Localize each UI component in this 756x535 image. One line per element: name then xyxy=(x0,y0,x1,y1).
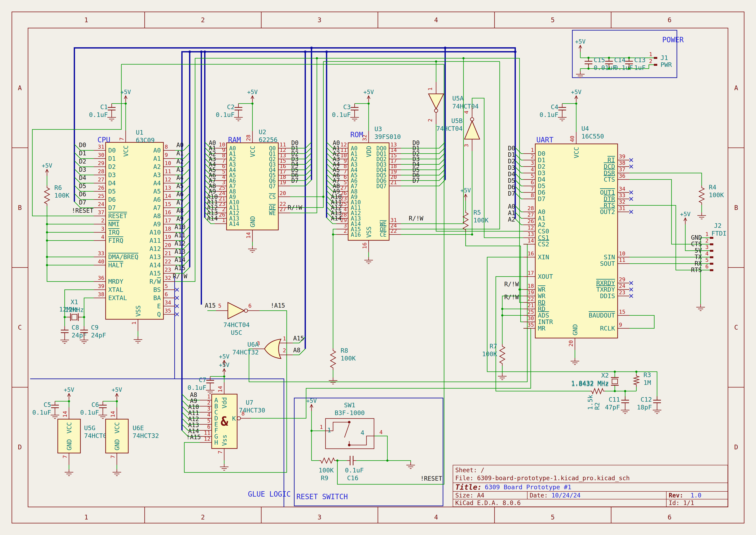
part-ref: C16 xyxy=(347,474,358,482)
gate-value: 74HCT32 xyxy=(232,349,259,356)
crystal[interactable] xyxy=(612,379,618,384)
pin-name: CTS xyxy=(604,176,615,183)
part-value: 100K xyxy=(319,466,334,474)
frame-col-label: 5 xyxy=(551,16,555,24)
resistor-R9[interactable] xyxy=(319,458,336,463)
connector-pin-J1[interactable] xyxy=(654,64,657,66)
title-block-tool: KiCad E.D.A. 8.0.6 xyxy=(453,499,666,507)
resistor-R3[interactable] xyxy=(634,374,639,387)
gate-U6A[interactable] xyxy=(264,339,281,358)
pin-name: HALT xyxy=(108,262,123,269)
part-ref: C1 xyxy=(100,103,108,111)
pin-name: TXRDY xyxy=(596,286,615,293)
gate-U5C[interactable] xyxy=(228,302,244,319)
pin-name: DDIS xyxy=(600,292,615,300)
part-ref: R6 xyxy=(54,184,62,191)
pin-name: EXTAL xyxy=(108,294,127,301)
gate-value: 74HCT04 xyxy=(452,103,478,110)
net-label: D6 xyxy=(508,183,515,191)
wire xyxy=(502,296,524,344)
pin-name: RXRDY xyxy=(596,279,615,287)
net-label: D3 xyxy=(508,164,515,171)
pin-name: D4 xyxy=(108,180,116,187)
pin-name: XOUT xyxy=(538,273,553,280)
part-value: 1M xyxy=(643,379,651,386)
resistor-R7[interactable] xyxy=(500,344,505,366)
pin-name: SOUT xyxy=(600,260,615,267)
connector-pin-J1[interactable] xyxy=(654,57,657,59)
pin-name: RD xyxy=(538,305,545,313)
resistor-R6[interactable] xyxy=(44,185,50,206)
pin-number: 1 xyxy=(222,217,225,223)
pin-number: 2 xyxy=(427,119,433,122)
section-label-glue: GLUE LOGIC xyxy=(248,490,291,498)
net-label: D5 xyxy=(508,177,515,184)
part-ref: C7 xyxy=(199,376,206,383)
no-connect-x xyxy=(175,313,179,316)
net-label: D0 xyxy=(79,142,86,149)
ic-ref: U7 xyxy=(246,399,253,406)
connector-pin-J2[interactable] xyxy=(710,250,713,252)
net-label: D0 xyxy=(508,145,515,152)
net-label: D1 xyxy=(508,151,515,158)
part-ref: C8 xyxy=(71,324,79,331)
pin-number: 29 xyxy=(619,276,625,283)
pin-number: 22 xyxy=(165,258,171,265)
pin-number: 16 xyxy=(165,209,171,215)
pin-number: 5 xyxy=(207,418,210,424)
no-connect-x xyxy=(630,294,633,298)
power-5v-symbol xyxy=(115,393,118,400)
pin-number: 21 xyxy=(391,179,397,185)
pin-number: 20 xyxy=(568,340,574,347)
pin-name: D6 xyxy=(538,189,545,196)
resistor-R8[interactable] xyxy=(331,349,336,370)
crystal[interactable] xyxy=(72,314,77,320)
connector-pin-J2[interactable] xyxy=(710,269,713,271)
connector-pin-J2[interactable] xyxy=(710,243,713,245)
net-label: A0 xyxy=(508,203,515,210)
pin-number: 3 xyxy=(705,244,709,250)
junction-dot xyxy=(386,460,389,462)
gnd-symbol xyxy=(571,358,579,365)
gate-U5B[interactable] xyxy=(465,121,480,139)
resistor-R2[interactable] xyxy=(590,388,605,394)
junction-dot xyxy=(519,289,521,291)
pin-number: 19 xyxy=(280,179,286,185)
junction-dot xyxy=(336,460,338,462)
pin-number: 14 xyxy=(527,238,534,244)
resistor-R5[interactable] xyxy=(463,210,468,232)
pin-number: 17 xyxy=(165,217,171,224)
pin-name: D5 xyxy=(108,188,116,195)
pin-name: GND xyxy=(66,439,73,450)
net-label: R/!W xyxy=(504,281,519,288)
pin-number: 32 xyxy=(619,199,625,205)
pin-name: A0 xyxy=(538,208,545,215)
connector-pin-J2[interactable] xyxy=(710,263,713,265)
pin-number: 11 xyxy=(165,168,171,175)
frame-col-label: 6 xyxy=(668,16,671,24)
connector-pin-J2[interactable] xyxy=(710,237,713,239)
resistor-R4[interactable] xyxy=(699,185,704,205)
pin-name: CS0 xyxy=(538,228,549,235)
part-ref: C6 xyxy=(92,401,99,408)
pin-number: 17 xyxy=(527,270,534,276)
junction-dot xyxy=(83,316,85,318)
pin-number: 23 xyxy=(165,267,171,273)
frame-row-label: C xyxy=(734,324,738,331)
pin-number: 5 xyxy=(218,303,221,309)
pin-name: DSR xyxy=(604,169,615,177)
pin-name: D7 xyxy=(108,204,116,211)
frame-col-label: 2 xyxy=(201,16,205,24)
net-label: A15 xyxy=(205,302,216,309)
junction-dot xyxy=(614,390,616,392)
pin-number: 3 xyxy=(463,144,470,147)
wire xyxy=(387,461,411,462)
pin-number: 2 xyxy=(705,238,709,244)
junction-dot xyxy=(64,316,66,318)
junction-dot xyxy=(608,57,610,59)
connector-pin-J2[interactable] xyxy=(710,256,713,258)
pin-name: R/W xyxy=(149,278,161,285)
pin-number: 4 xyxy=(379,429,383,435)
power-net-label: +5V xyxy=(575,38,586,45)
gate-U5A[interactable] xyxy=(429,94,444,109)
